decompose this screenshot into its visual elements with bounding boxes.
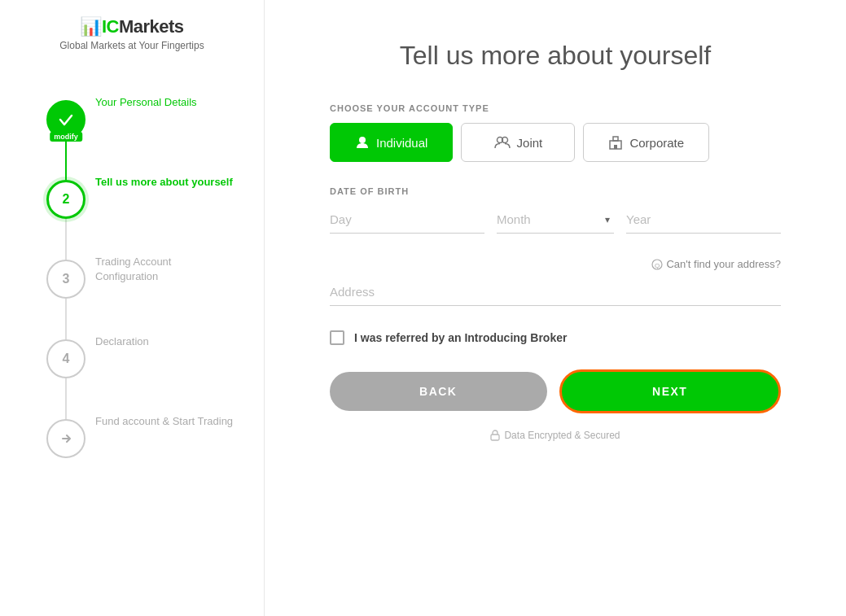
step-3-bottom-line — [65, 299, 67, 323]
step-2-circle-col: 2 — [45, 164, 87, 243]
joint-button[interactable]: Joint — [461, 123, 575, 162]
month-select-wrapper: Month January February March April May J… — [497, 206, 614, 234]
step-4-label-col: Declaration — [87, 323, 248, 357]
step-4-top-line — [65, 323, 67, 339]
step-5-label: Fund account & Start Trading — [95, 414, 234, 429]
main-content: Tell us more about yourself CHOOSE YOUR … — [265, 0, 846, 616]
step-3-label: Trading Account Configuration — [95, 255, 234, 284]
logo-subtitle: Global Markets at Your Fingertips — [59, 40, 204, 51]
cant-find-address[interactable]: Q Can't find your address? — [330, 258, 781, 270]
step-5-top-line — [65, 403, 67, 419]
account-type-buttons: Individual Joint Corporate — [330, 123, 781, 162]
step-1-label-col: Your Personal Details — [87, 84, 248, 118]
step-3: 3 Trading Account Configuration — [45, 243, 248, 323]
broker-checkbox[interactable] — [330, 330, 344, 345]
dob-section: DATE OF BIRTH Month January February Mar… — [330, 186, 781, 234]
broker-checkbox-row: I was referred by an Introducing Broker — [330, 330, 781, 345]
back-button[interactable]: BACK — [330, 372, 547, 411]
step-4-bottom-line — [65, 378, 67, 403]
svg-point-0 — [359, 137, 366, 143]
step-2-top-line — [65, 164, 67, 180]
day-input[interactable] — [330, 206, 484, 234]
step-1-circle-col: modify — [45, 84, 87, 164]
step-2-label: Tell us more about yourself — [95, 175, 234, 190]
broker-label: I was referred by an Introducing Broker — [354, 331, 567, 344]
step-1-circle: modify — [46, 100, 85, 139]
security-note: Data Encrypted & Secured — [330, 430, 781, 441]
step-2-circle: 2 — [46, 180, 85, 219]
step-4-label: Declaration — [95, 334, 234, 349]
logo-area: 📊ICMarkets Global Markets at Your Finger… — [59, 16, 204, 51]
step-1-label: Your Personal Details — [95, 95, 234, 110]
step-5-label-col: Fund account & Start Trading — [87, 403, 248, 437]
step-1: modify Your Personal Details — [45, 84, 248, 164]
step-4: 4 Declaration — [45, 323, 248, 403]
dob-label: DATE OF BIRTH — [330, 186, 781, 196]
step-4-circle: 4 — [46, 339, 85, 378]
account-type-section: CHOOSE YOUR ACCOUNT TYPE Individual Join… — [330, 103, 781, 162]
step-3-top-line — [65, 243, 67, 260]
step-4-circle-col: 4 — [45, 323, 87, 403]
sidebar: 📊ICMarkets Global Markets at Your Finger… — [0, 0, 265, 616]
step-1-top-line — [65, 84, 67, 100]
step-5-circle — [46, 419, 85, 458]
address-input[interactable] — [330, 278, 781, 306]
account-type-label: CHOOSE YOUR ACCOUNT TYPE — [330, 103, 781, 113]
modify-badge[interactable]: modify — [50, 132, 82, 142]
step-5: Fund account & Start Trading — [45, 403, 248, 483]
step-2-bottom-line — [65, 219, 67, 243]
step-5-circle-col — [45, 403, 87, 483]
step-1-bottom-line — [65, 139, 67, 164]
next-button[interactable]: NEXT — [559, 369, 782, 413]
year-input[interactable] — [626, 206, 781, 234]
step-3-circle: 3 — [46, 260, 85, 299]
svg-text:Q: Q — [655, 261, 660, 269]
svg-rect-5 — [614, 145, 617, 149]
corporate-button[interactable]: Corporate — [583, 123, 709, 162]
logo: 📊ICMarkets — [80, 16, 183, 37]
step-3-label-col: Trading Account Configuration — [87, 243, 248, 292]
individual-button[interactable]: Individual — [330, 123, 453, 162]
step-2-label-col: Tell us more about yourself — [87, 164, 248, 198]
svg-rect-4 — [613, 137, 618, 141]
svg-rect-8 — [491, 435, 499, 440]
page-title: Tell us more about yourself — [330, 41, 781, 71]
step-5-bottom-line — [65, 458, 67, 483]
dob-fields: Month January February March April May J… — [330, 206, 781, 234]
action-buttons: BACK NEXT — [330, 369, 781, 413]
step-3-circle-col: 3 — [45, 243, 87, 323]
steps-container: modify Your Personal Details 2 Tell us m… — [0, 84, 264, 483]
month-select[interactable]: Month January February March April May J… — [497, 206, 614, 233]
step-2: 2 Tell us more about yourself — [45, 164, 248, 243]
